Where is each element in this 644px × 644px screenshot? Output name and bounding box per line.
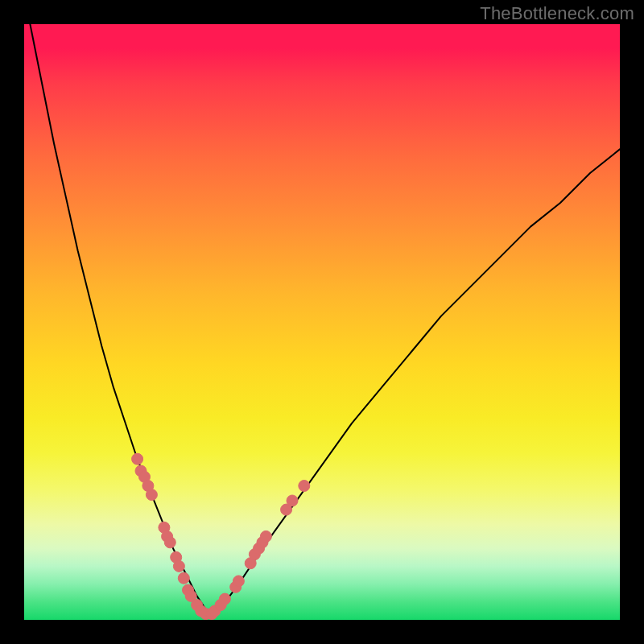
chart-marker [287, 495, 298, 506]
chart-marker [219, 593, 230, 605]
chart-markers [132, 453, 310, 619]
chart-marker [164, 537, 175, 548]
chart-plot-area [24, 24, 620, 620]
chart-marker [173, 560, 184, 572]
chart-marker [146, 489, 157, 501]
chart-marker [178, 572, 189, 584]
chart-marker [299, 481, 310, 492]
bottleneck-curve [30, 24, 620, 614]
chart-marker [233, 576, 244, 587]
chart-marker [132, 453, 143, 464]
chart-marker [260, 530, 271, 542]
chart-svg [24, 24, 620, 620]
chart-frame: TheBottleneck.com [0, 0, 644, 644]
watermark-text: TheBottleneck.com [480, 3, 634, 24]
